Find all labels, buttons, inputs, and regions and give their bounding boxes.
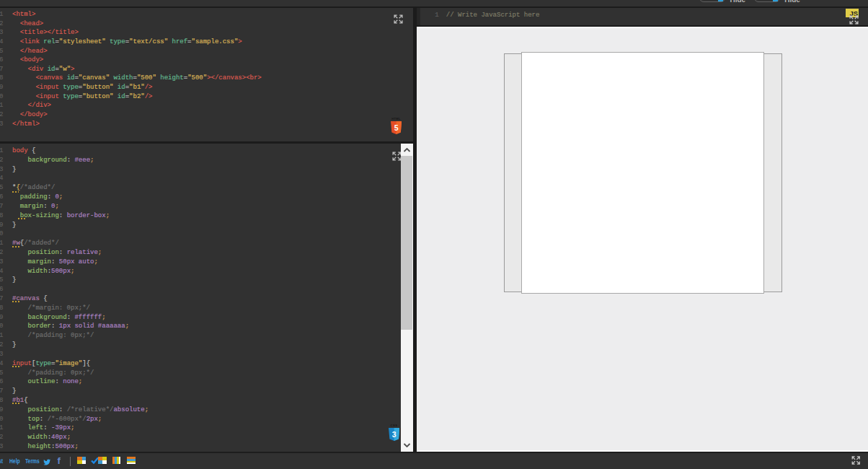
svg-text:5: 5 bbox=[394, 124, 398, 132]
svg-text:3: 3 bbox=[392, 431, 397, 439]
